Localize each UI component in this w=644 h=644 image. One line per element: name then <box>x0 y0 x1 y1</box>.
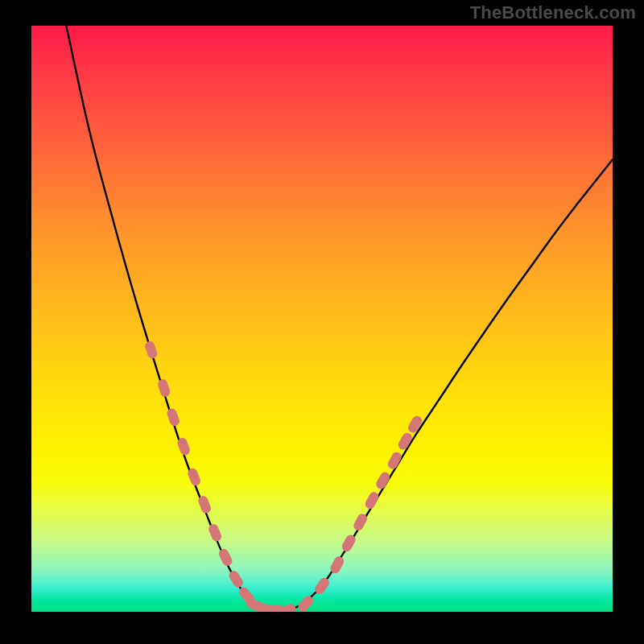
curve-marker <box>407 415 423 435</box>
chart-outer-frame: TheBottleneck.com <box>0 0 644 644</box>
curve-marker <box>364 490 381 510</box>
marker-group <box>144 340 424 612</box>
curve-marker <box>144 340 159 360</box>
watermark-text: TheBottleneck.com <box>470 2 636 23</box>
curve-marker <box>157 378 171 398</box>
curve-marker <box>166 407 181 427</box>
curve-marker <box>374 470 391 490</box>
chart-svg <box>31 26 613 612</box>
plot-area <box>31 26 613 612</box>
bottleneck-curve <box>66 26 613 611</box>
curve-marker <box>217 547 233 568</box>
curve-marker <box>227 569 245 589</box>
curve-marker <box>207 522 223 543</box>
